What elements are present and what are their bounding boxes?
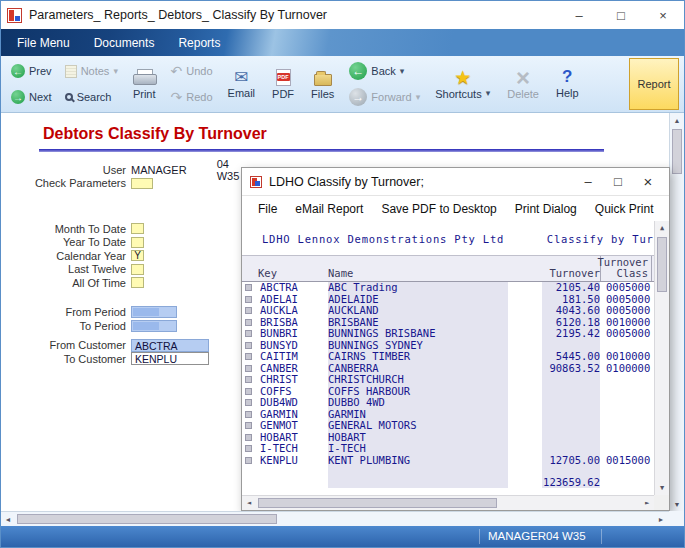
forward-button[interactable]: Forward [349,88,420,106]
calendar-year-field[interactable]: Y [131,250,144,261]
row-marker[interactable] [242,363,258,375]
turnover-class-line2: Class [616,268,648,279]
scroll-up-icon[interactable] [670,113,684,127]
table-row[interactable]: AUCKLAAUCKLAND4043.600005000 [242,305,654,317]
table-row[interactable]: CANBERCANBERRA90863.520100000 [242,363,654,375]
popup-hscroll-thumb[interactable] [258,498,497,508]
month-to-date-field[interactable] [131,223,144,234]
row-marker[interactable] [242,443,258,455]
next-button[interactable]: Next [11,90,52,104]
table-row[interactable]: ABCTRAABC Trading2105.400005000 [242,282,654,294]
nav-group: Prev Next [6,58,57,110]
table-row[interactable]: HOBARTHOBART [242,432,654,444]
popup-maximize-button[interactable]: □ [603,168,633,195]
popup-menu-print-dialog[interactable]: Print Dialog [515,202,577,216]
table-row[interactable]: CHRISTCHRISTCHURCH [242,374,654,386]
table-row[interactable]: CAITIMCAIRNS TIMBER5445.000010000 [242,351,654,363]
all-of-time-field[interactable] [131,277,144,288]
print-button[interactable]: Print [126,58,163,110]
popup-menu-file[interactable]: File [258,202,277,216]
popup-menu-save-pdf[interactable]: Save PDF to Desktop [381,202,496,216]
report-window-title-bar[interactable]: LDHO Classify by Turnover; – □ × [242,168,669,196]
popup-menu-quick-print[interactable]: Quick Print [595,202,654,216]
forward-icon [349,88,367,106]
scroll-down-icon[interactable] [670,497,684,511]
from-period-field[interactable] [131,306,177,318]
row-marker[interactable] [242,340,258,352]
to-period-field[interactable] [131,320,177,332]
table-row[interactable]: DUB4WDDUBBO 4WD [242,397,654,409]
close-button[interactable]: × [642,1,684,29]
pdf-button[interactable]: PDF [265,58,301,110]
popup-minimize-button[interactable]: – [573,168,603,195]
to-customer-field[interactable]: KENPLU [131,352,209,365]
table-row[interactable]: COFFSCOFFS HARBOUR [242,386,654,398]
table-row[interactable]: GENMOTGENERAL MOTORS [242,420,654,432]
toolbar: Prev Next Notes Search Print Undo Redo E… [1,56,684,113]
main-hscroll-thumb[interactable] [17,514,277,524]
row-marker[interactable] [242,420,258,432]
shortcuts-button[interactable]: Shortcuts [428,58,497,110]
minimize-button[interactable]: – [558,1,600,29]
scroll-right-icon[interactable] [640,496,654,510]
delete-button[interactable]: Delete [500,58,546,110]
menu-file-menu[interactable]: File Menu [5,29,82,56]
menu-documents[interactable]: Documents [82,29,167,56]
maximize-button[interactable]: □ [600,1,642,29]
popup-vertical-scrollbar[interactable] [654,221,669,495]
scroll-up-icon[interactable] [655,221,669,235]
main-vertical-scrollbar[interactable] [669,113,684,511]
row-marker-icon [245,376,252,383]
row-marker[interactable] [242,317,258,329]
row-marker[interactable] [242,351,258,363]
last-twelve-field[interactable] [131,264,144,275]
prev-button[interactable]: Prev [11,64,52,78]
heading-underline [39,149,604,152]
row-marker[interactable] [242,409,258,421]
table-row[interactable]: KENPLUKENT PLUMBING12705.000015000 [242,455,654,467]
popup-horizontal-scrollbar[interactable] [242,495,654,510]
search-button[interactable]: Search [65,91,118,103]
row-marker[interactable] [242,374,258,386]
cell-class: 0005000 [600,282,652,294]
row-marker[interactable] [242,432,258,444]
notes-search-group: Notes Search [60,58,123,110]
row-marker[interactable] [242,455,258,467]
cell-name: CHRISTCHURCH [328,374,508,386]
popup-close-button[interactable]: × [633,168,663,195]
files-button[interactable]: Files [304,58,341,110]
help-button[interactable]: Help [549,58,586,110]
scroll-down-icon[interactable] [655,481,669,495]
undo-button[interactable]: Undo [171,65,213,77]
cell-spacer [258,476,328,488]
scroll-left-icon[interactable] [1,512,15,526]
email-button[interactable]: Email [221,58,263,110]
row-marker[interactable] [242,282,258,294]
popup-vscroll-thumb[interactable] [657,237,667,292]
main-horizontal-scrollbar[interactable] [1,511,684,526]
popup-menu-email-report[interactable]: eMail Report [295,202,363,216]
table-row[interactable]: I-TECHI-TECH [242,443,654,455]
table-row[interactable]: GARMINGARMIN [242,409,654,421]
row-marker[interactable] [242,305,258,317]
menu-reports[interactable]: Reports [166,29,232,56]
scroll-right-icon[interactable] [654,512,668,526]
main-vscroll-thumb[interactable] [672,129,682,174]
row-marker[interactable] [242,328,258,340]
report-button[interactable]: Report [629,58,679,110]
row-marker-icon [245,422,252,429]
row-marker[interactable] [242,294,258,306]
cell-class [600,386,652,398]
redo-button[interactable]: Redo [171,91,213,103]
notes-button[interactable]: Notes [65,65,118,78]
from-customer-field[interactable]: ABCTRA [131,339,209,352]
row-marker[interactable] [242,397,258,409]
chevron-down-icon [416,93,421,102]
check-parameters-field[interactable] [131,178,153,189]
year-to-date-field[interactable] [131,237,144,248]
row-marker-icon [245,342,252,349]
row-marker[interactable] [242,386,258,398]
table-row[interactable]: BUNBRIBUNNINGS BRISBANE2195.420005000 [242,328,654,340]
scroll-left-icon[interactable] [242,496,256,510]
back-button[interactable]: Back [349,62,420,80]
